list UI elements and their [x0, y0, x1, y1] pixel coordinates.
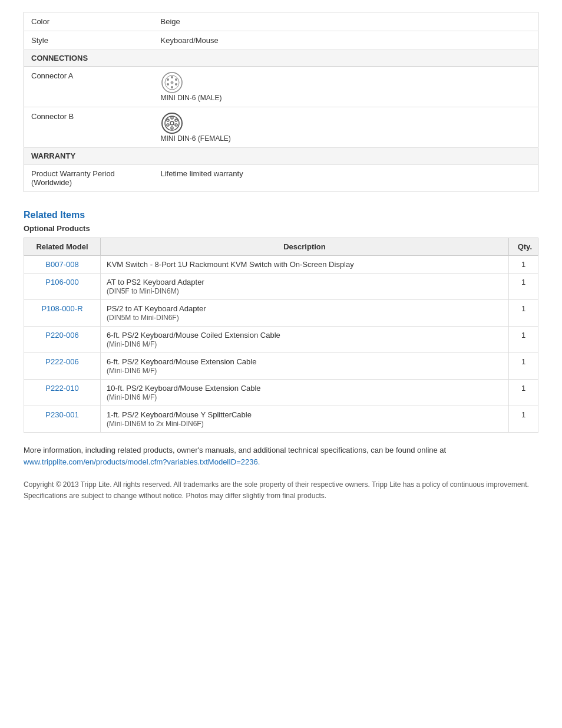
related-model-cell: P222-006: [24, 353, 101, 380]
svg-point-7: [167, 78, 169, 81]
svg-point-12: [175, 119, 177, 121]
specs-section-connections-label: CONNECTIONS: [24, 50, 538, 67]
related-items-table: Related Model Description Qty. B007-008K…: [24, 238, 538, 433]
related-qty-cell: 1: [509, 256, 538, 274]
related-model-cell: P230-001: [24, 406, 101, 433]
connector-a-label: MINI DIN-6 (MALE): [161, 94, 222, 102]
specs-row-style: Style Keyboard/Mouse: [24, 31, 538, 50]
related-description-cell: 1-ft. PS/2 Keyboard/Mouse Y SplitterCabl…: [101, 406, 509, 433]
specs-value-warranty: Lifetime limited warranty: [154, 164, 538, 192]
related-table-row: B007-008KVM Switch - 8-Port 1U Rackmount…: [24, 256, 538, 274]
related-description-cell: AT to PS2 Keyboard Adapter(DIN5F to Mini…: [101, 274, 509, 300]
svg-point-8: [170, 81, 173, 84]
related-qty-cell: 1: [509, 274, 538, 300]
related-description-cell: KVM Switch - 8-Port 1U Rackmount KVM Swi…: [101, 256, 509, 274]
related-qty-cell: 1: [509, 406, 538, 433]
related-qty-cell: 1: [509, 353, 538, 380]
related-model-link[interactable]: P222-010: [45, 384, 78, 393]
connector-a-wrap: MINI DIN-6 (MALE): [161, 71, 531, 102]
svg-point-5: [171, 86, 173, 88]
related-table-row: P222-0066-ft. PS/2 Keyboard/Mouse Extens…: [24, 353, 538, 380]
related-model-link[interactable]: P108-000-R: [41, 304, 82, 313]
related-items-title: Related Items: [24, 210, 538, 220]
related-table-header-row: Related Model Description Qty.: [24, 238, 538, 256]
related-description-cell: 10-ft. PS/2 Keyboard/Mouse Extension Cab…: [101, 380, 509, 406]
specs-section-warranty-label: WARRANTY: [24, 148, 538, 164]
related-description-sub: (Mini-DIN6M to 2x Mini-DIN6F): [107, 420, 204, 428]
related-description-sub: (Mini-DIN6 M/F): [107, 340, 157, 348]
related-model-link[interactable]: P230-001: [45, 410, 78, 419]
related-qty-cell: 1: [509, 300, 538, 327]
footer-url[interactable]: www.tripplite.com/en/products/model.cfm?…: [24, 457, 260, 466]
svg-point-6: [167, 83, 169, 85]
header-qty: Qty.: [509, 238, 538, 256]
related-model-link[interactable]: P222-006: [45, 357, 78, 366]
svg-point-3: [175, 78, 177, 81]
connector-b-label: MINI DIN-6 (FEMALE): [161, 134, 231, 143]
svg-point-2: [171, 76, 173, 78]
specs-section-warranty: WARRANTY: [24, 148, 538, 164]
related-description-sub: (DIN5F to Mini-DIN6M): [107, 287, 179, 295]
related-description-cell: 6-ft. PS/2 Keyboard/Mouse Coiled Extensi…: [101, 327, 509, 353]
svg-point-13: [175, 124, 177, 126]
specs-value-connector-b: MINI DIN-6 (FEMALE): [154, 107, 538, 148]
related-model-cell: P222-010: [24, 380, 101, 406]
related-description-cell: 6-ft. PS/2 Keyboard/Mouse Extension Cabl…: [101, 353, 509, 380]
related-model-cell: P106-000: [24, 274, 101, 300]
specs-value-color: Beige: [154, 12, 538, 31]
specs-label-connector-b: Connector B: [24, 107, 154, 148]
related-model-cell: B007-008: [24, 256, 101, 274]
specs-value-connector-a: MINI DIN-6 (MALE): [154, 67, 538, 107]
specs-row-color: Color Beige: [24, 12, 538, 31]
related-table-row: P220-0066-ft. PS/2 Keyboard/Mouse Coiled…: [24, 327, 538, 353]
svg-point-16: [167, 119, 169, 121]
specs-label-warranty: Product Warranty Period (Worldwide): [24, 164, 154, 192]
related-model-link[interactable]: P106-000: [45, 278, 78, 286]
svg-point-14: [171, 127, 173, 129]
related-description-sub: (Mini-DIN6 M/F): [107, 393, 157, 401]
footer-info: More information, including related prod…: [24, 444, 538, 467]
related-table-row: P230-0011-ft. PS/2 Keyboard/Mouse Y Spli…: [24, 406, 538, 433]
copyright-text: Copyright © 2013 Tripp Lite. All rights …: [24, 479, 538, 502]
mini-din6-male-icon: [161, 71, 183, 94]
connector-b-wrap: MINI DIN-6 (FEMALE): [161, 112, 531, 143]
specs-label-style: Style: [24, 31, 154, 50]
related-model-link[interactable]: B007-008: [45, 260, 78, 269]
related-model-cell: P220-006: [24, 327, 101, 353]
related-model-cell: P108-000-R: [24, 300, 101, 327]
related-model-link[interactable]: P220-006: [45, 331, 78, 340]
related-table-row: P108-000-RPS/2 to AT Keyboard Adapter(DI…: [24, 300, 538, 327]
footer-info-text: More information, including related prod…: [24, 446, 446, 454]
svg-point-4: [175, 83, 177, 85]
related-items-section: Related Items Optional Products Related …: [24, 210, 538, 433]
svg-point-10: [165, 116, 179, 130]
related-qty-cell: 1: [509, 327, 538, 353]
header-model: Related Model: [24, 238, 101, 256]
related-qty-cell: 1: [509, 380, 538, 406]
related-table-row: P222-01010-ft. PS/2 Keyboard/Mouse Exten…: [24, 380, 538, 406]
svg-point-17: [170, 121, 174, 125]
related-description-sub: (DIN5M to Mini-DIN6F): [107, 314, 179, 322]
optional-products-label: Optional Products: [24, 224, 538, 233]
svg-point-15: [167, 124, 169, 126]
specs-section-connections: CONNECTIONS: [24, 50, 538, 67]
specs-table: Color Beige Style Keyboard/Mouse CONNECT…: [24, 12, 538, 192]
svg-point-11: [171, 117, 173, 119]
specs-row-connector-b: Connector B: [24, 107, 538, 148]
specs-label-connector-a: Connector A: [24, 67, 154, 107]
related-description-sub: (Mini-DIN6 M/F): [107, 367, 157, 375]
specs-row-warranty: Product Warranty Period (Worldwide) Life…: [24, 164, 538, 192]
specs-label-color: Color: [24, 12, 154, 31]
related-description-cell: PS/2 to AT Keyboard Adapter(DIN5M to Min…: [101, 300, 509, 327]
related-table-row: P106-000AT to PS2 Keyboard Adapter(DIN5F…: [24, 274, 538, 300]
specs-value-style: Keyboard/Mouse: [154, 31, 538, 50]
header-description: Description: [101, 238, 509, 256]
specs-row-connector-a: Connector A: [24, 67, 538, 107]
mini-din6-female-icon: [161, 112, 183, 134]
